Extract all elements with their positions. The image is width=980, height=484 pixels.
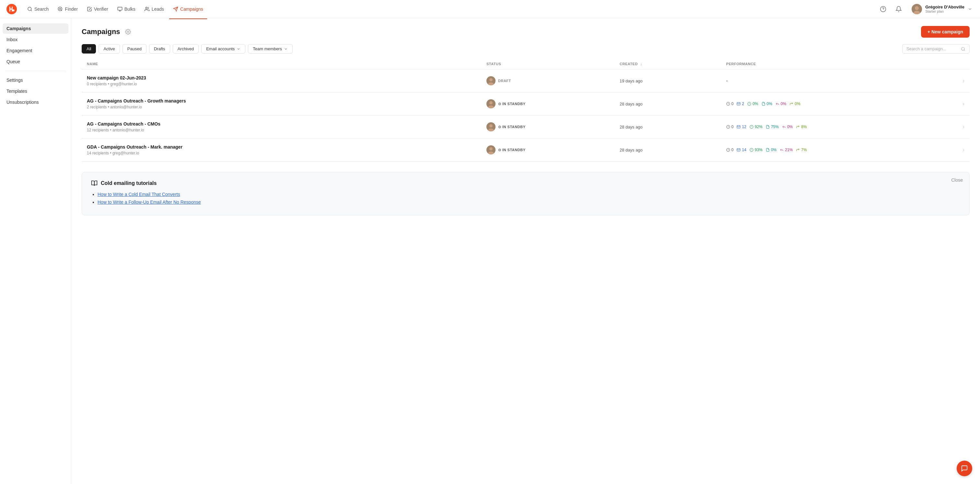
sidebar-item-unsubscriptions[interactable]: Unsubscriptions [3,97,68,107]
campaign-name: AG - Campaigns Outreach - CMOs [87,121,476,126]
svg-point-11 [961,47,964,50]
col-status: STATUS [481,59,614,69]
queue-icon [726,125,730,129]
table-row[interactable]: New campaign 02-Jun-20230 recipients • g… [82,69,970,93]
table-row[interactable]: AG - Campaigns Outreach - CMOs12 recipie… [82,115,970,139]
campaigns-settings-icon[interactable] [124,27,132,36]
click-icon [762,102,765,106]
perf-reply: 0% [775,102,786,106]
email-icon [737,102,740,106]
svg-rect-4 [118,7,122,10]
col-created[interactable]: CREATED ↓ [614,59,721,69]
tutorial-title: Cold emailing tutorials [91,180,960,187]
status-cell: DRAFT [487,76,609,85]
sidebar-divider [5,71,66,71]
page-header: Campaigns + New campaign [82,26,970,38]
created-text: 28 days ago [620,148,643,152]
table-row[interactable]: GDA - Campaigns Outreach - Mark. manager… [82,139,970,161]
chat-button[interactable] [957,461,972,476]
email-accounts-dropdown[interactable]: Email accounts [201,44,245,54]
open-icon [749,125,754,129]
campaign-chevron-cell: › [958,93,970,115]
sidebar-item-inbox[interactable]: Inbox [3,34,68,45]
campaigns-table: NAME STATUS CREATED ↓ PERFORMANCE New [82,59,970,161]
svg-point-5 [145,7,147,9]
campaign-chevron-cell: › [958,115,970,139]
sidebar-item-engagement[interactable]: Engagement [3,45,68,56]
nav-search[interactable]: Search [23,5,52,14]
page-title-row: Campaigns [82,27,132,36]
perf-cell: 0 14 93% 0% 21% 7% [726,148,953,152]
sidebar: Campaigns Inbox Engagement Queue Setting… [0,18,71,484]
sidebar-item-queue[interactable]: Queue [3,56,68,67]
campaign-meta: 14 recipients • greg@hunter.io [87,151,476,155]
help-button[interactable] [878,4,888,14]
campaign-meta: 12 recipients • antonio@hunter.io [87,128,476,133]
tutorial-link[interactable]: How to Write a Cold Email That Converts [97,192,180,197]
chevron-right-icon: › [963,124,964,129]
table-row[interactable]: AG - Campaigns Outreach - Growth manager… [82,93,970,115]
chevron-down-icon [968,7,972,11]
tutorial-link[interactable]: How to Write a Follow-Up Email After No … [97,200,201,205]
status-badge: ⊙ IN STANDBY [498,102,525,106]
filter-archived[interactable]: Archived [173,44,199,54]
status-badge: DRAFT [498,79,511,83]
nav-campaigns[interactable]: Campaigns [169,5,207,14]
campaign-performance-cell: 0 2 0% 0% 0% 0% [721,93,958,115]
open-icon [747,102,751,106]
svg-point-3 [60,8,61,10]
col-name: NAME [82,59,481,69]
new-campaign-button[interactable]: + New campaign [921,26,970,38]
campaign-created-cell: 28 days ago [614,115,721,139]
search-input[interactable] [907,46,958,51]
top-navigation: Search Finder Verifier Bulks Leads Campa… [0,0,980,18]
campaign-performance-cell: 0 12 92% 75% 0% 8% [721,115,958,139]
click-icon [766,125,770,129]
created-text: 28 days ago [620,125,643,129]
filter-bar: All Active Paused Drafts Archived Email … [82,44,970,54]
nav-verifier[interactable]: Verifier [83,5,112,14]
campaign-name: AG - Campaigns Outreach - Growth manager… [87,98,476,104]
svg-point-1 [12,9,14,11]
campaign-rows: New campaign 02-Jun-20230 recipients • g… [82,69,970,161]
filter-active[interactable]: Active [99,44,119,54]
filter-paused[interactable]: Paused [123,44,146,54]
svg-point-8 [915,6,919,10]
perf-cell: - [726,78,953,83]
notifications-button[interactable] [894,4,904,14]
chevron-right-icon: › [963,78,964,83]
status-badge: ⊙ IN STANDBY [498,148,525,152]
nav-bulks[interactable]: Bulks [113,5,139,14]
campaign-status-cell: DRAFT [481,69,614,93]
nav-finder[interactable]: Finder [54,5,82,14]
nav-leads[interactable]: Leads [141,5,168,14]
campaign-search-box[interactable] [902,44,970,54]
campaign-avatar [487,122,495,131]
perf-open: 0% [747,102,758,106]
filter-all[interactable]: All [82,44,96,54]
user-details: Grégoire D'Aboville Starter plan [925,5,964,13]
chevron-right-icon: › [963,101,964,106]
chevron-down-icon [237,47,240,51]
tutorial-close-button[interactable]: Close [951,177,963,183]
sidebar-item-campaigns[interactable]: Campaigns [3,23,68,34]
sidebar-item-settings[interactable]: Settings [3,75,68,85]
user-profile[interactable]: Grégoire D'Aboville Starter plan [909,3,975,16]
main-content: Campaigns + New campaign All Active Paus… [71,18,980,484]
perf-empty: - [726,78,728,83]
campaign-status-cell: ⊙ IN STANDBY [481,93,614,115]
sidebar-item-templates[interactable]: Templates [3,86,68,96]
email-icon [737,148,740,152]
campaign-name-cell: New campaign 02-Jun-20230 recipients • g… [82,69,481,93]
team-members-dropdown[interactable]: Team members [248,44,293,54]
table-header: NAME STATUS CREATED ↓ PERFORMANCE [82,59,970,69]
app-logo[interactable] [5,3,18,16]
filter-drafts[interactable]: Drafts [149,44,170,54]
queue-icon [726,148,730,152]
campaign-name: GDA - Campaigns Outreach - Mark. manager [87,144,476,150]
perf-bounce: 8% [796,125,807,129]
campaign-name-cell: AG - Campaigns Outreach - CMOs12 recipie… [82,115,481,139]
campaign-name-cell: GDA - Campaigns Outreach - Mark. manager… [82,139,481,161]
perf-sent: 2 [737,102,744,106]
tutorial-panel: Cold emailing tutorials Close How to Wri… [82,172,970,216]
